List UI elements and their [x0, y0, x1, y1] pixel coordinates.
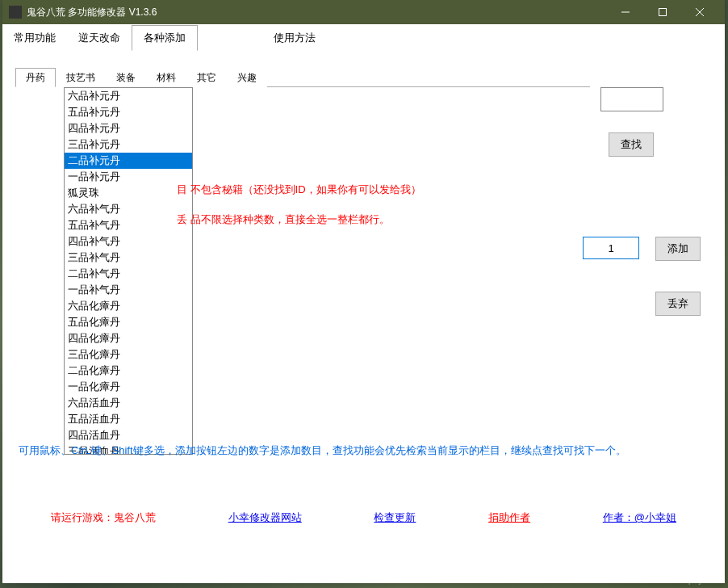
- list-item[interactable]: 三品化瘴丹: [65, 346, 192, 363]
- main-tab-common[interactable]: 常用功能: [2, 26, 67, 52]
- list-item[interactable]: 一品补气丹: [65, 282, 192, 298]
- sub-tab-other[interactable]: 其它: [186, 68, 227, 87]
- add-button[interactable]: 添加: [655, 237, 701, 261]
- list-item[interactable]: 四品化瘴丹: [65, 330, 192, 346]
- main-tab-usage[interactable]: 使用方法: [262, 26, 327, 52]
- close-button[interactable]: [681, 0, 718, 24]
- footer-author-link[interactable]: 作者：@小幸姐: [603, 510, 676, 525]
- minimize-button[interactable]: [607, 0, 644, 24]
- quantity-input[interactable]: [583, 237, 639, 259]
- sub-tab-material[interactable]: 材料: [146, 68, 186, 87]
- info-text-line1: 目 不包含秘籍（还没找到ID，如果你有可以发给我）: [177, 183, 421, 197]
- footer-check-update-link[interactable]: 检查更新: [374, 510, 416, 525]
- list-item[interactable]: 二品化瘴丹: [65, 363, 192, 379]
- sub-tab-equipment[interactable]: 装备: [106, 68, 146, 87]
- list-item[interactable]: 五品化瘴丹: [65, 314, 192, 330]
- list-item[interactable]: 一品化瘴丹: [65, 379, 192, 395]
- info-text-line2: 丢 品不限选择种类数，直接全选一整栏都行。: [177, 212, 390, 227]
- sub-tab-skillbook[interactable]: 技艺书: [56, 68, 106, 87]
- sub-tabs: 丹药 技艺书 装备 材料 其它 兴趣: [15, 68, 712, 87]
- list-item[interactable]: 三品补元丹: [65, 136, 192, 153]
- list-item[interactable]: 四品活血丹: [65, 427, 192, 443]
- footer-donate-link[interactable]: 捐助作者: [488, 510, 530, 525]
- sub-content: 六品补元丹五品补元丹四品补元丹三品补元丹二品补元丹一品补元丹狐灵珠六品补气丹五品…: [15, 87, 712, 463]
- list-item[interactable]: 六品活血丹: [65, 395, 192, 411]
- sub-tab-pill[interactable]: 丹药: [15, 68, 56, 87]
- discard-button[interactable]: 丢弃: [655, 292, 701, 316]
- search-button[interactable]: 查找: [609, 132, 654, 157]
- hint-text: 可用鼠标、CtrL键、Shift键多选，添加按钮左边的数字是添加数目，查找功能会…: [19, 443, 709, 458]
- content-area: 丹药 技艺书 装备 材料 其它 兴趣 六品补元丹五品补元丹四品补元丹三品补元丹二…: [2, 50, 725, 551]
- list-item[interactable]: 五品活血丹: [65, 411, 192, 427]
- list-item[interactable]: 四品补气丹: [65, 233, 192, 250]
- search-input[interactable]: [600, 87, 663, 111]
- sub-tab-interest[interactable]: 兴趣: [227, 68, 267, 87]
- main-tab-fate[interactable]: 逆天改命: [67, 26, 132, 52]
- list-item[interactable]: 一品补元丹: [65, 169, 192, 185]
- item-listbox[interactable]: 六品补元丹五品补元丹四品补元丹三品补元丹二品补元丹一品补元丹狐灵珠六品补气丹五品…: [64, 87, 193, 455]
- svg-rect-1: [659, 9, 667, 16]
- list-item[interactable]: 五品补元丹: [65, 104, 192, 120]
- maximize-button[interactable]: [644, 0, 681, 24]
- footer-row: 请运行游戏：鬼谷八荒 小幸修改器网站 检查更新 捐助作者 作者：@小幸姐: [19, 510, 709, 525]
- list-item[interactable]: 二品补元丹: [65, 153, 192, 169]
- main-tabs: 常用功能 逆天改命 各种添加 使用方法: [2, 24, 725, 50]
- list-item[interactable]: 六品补元丹: [65, 88, 192, 104]
- titlebar: 鬼谷八荒 多功能修改器 V1.3.6: [2, 0, 725, 24]
- app-window: 鬼谷八荒 多功能修改器 V1.3.6 常用功能 逆天改命 各种添加 使用方法 丹…: [2, 0, 725, 583]
- list-item[interactable]: 二品补气丹: [65, 266, 192, 282]
- app-icon: [9, 6, 22, 19]
- footer-site-link[interactable]: 小幸修改器网站: [228, 510, 302, 525]
- list-item[interactable]: 四品补元丹: [65, 120, 192, 136]
- watermark: 吾爱破解论坛 www.52pojie.cn: [655, 561, 722, 585]
- list-item[interactable]: 狐灵珠: [65, 185, 192, 201]
- main-tab-add[interactable]: 各种添加: [132, 25, 198, 51]
- list-item[interactable]: 五品补气丹: [65, 217, 192, 233]
- window-title: 鬼谷八荒 多功能修改器 V1.3.6: [27, 6, 607, 19]
- footer-run-game: 请运行游戏：鬼谷八荒: [51, 510, 156, 525]
- list-item[interactable]: 六品补气丹: [65, 201, 192, 217]
- list-item[interactable]: 六品化瘴丹: [65, 298, 192, 314]
- list-item[interactable]: 三品补气丹: [65, 250, 192, 266]
